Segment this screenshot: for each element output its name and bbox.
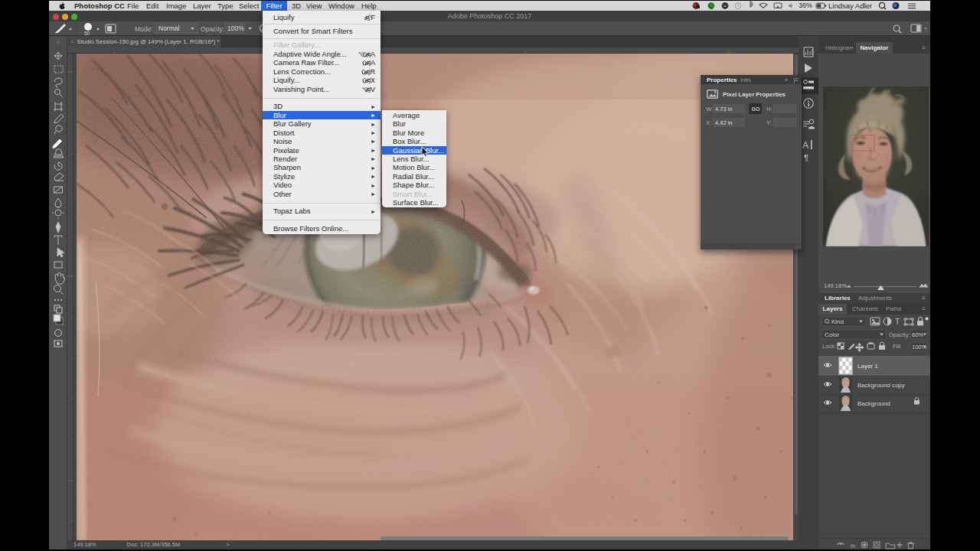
svg-text:Lock:: Lock: xyxy=(822,343,836,350)
svg-text:X:: X: xyxy=(706,119,711,126)
svg-text:Color: Color xyxy=(825,331,839,338)
svg-text:50: 50 xyxy=(84,31,90,36)
svg-text:Mode:: Mode: xyxy=(135,25,153,33)
svg-text:Background: Background xyxy=(858,400,890,407)
svg-text:60%: 60% xyxy=(912,331,923,338)
svg-text:149.18%: 149.18% xyxy=(824,282,847,289)
svg-text:Fill:: Fill: xyxy=(893,343,902,350)
svg-text:100%: 100% xyxy=(227,24,244,32)
svg-text:A: A xyxy=(802,140,808,151)
svg-text:Kind: Kind xyxy=(831,318,844,325)
svg-text:4.73 in: 4.73 in xyxy=(715,106,733,112)
svg-text:H:: H: xyxy=(766,106,773,112)
svg-text:Normal: Normal xyxy=(158,24,180,32)
svg-text:Opacity:: Opacity: xyxy=(889,331,910,338)
svg-text:4.42 in: 4.42 in xyxy=(715,119,733,126)
svg-text:W:: W: xyxy=(706,106,713,112)
svg-text:fx: fx xyxy=(851,543,856,549)
svg-text:GO: GO xyxy=(752,106,760,112)
svg-text:T: T xyxy=(895,318,900,326)
svg-text:Layer 1: Layer 1 xyxy=(858,363,878,370)
svg-text:Y:: Y: xyxy=(766,119,772,126)
svg-text:Opacity:: Opacity: xyxy=(201,25,224,33)
svg-text:Background copy: Background copy xyxy=(858,382,905,389)
svg-text:Pixel Layer Properties: Pixel Layer Properties xyxy=(723,91,786,98)
svg-text:¶: ¶ xyxy=(804,153,808,162)
